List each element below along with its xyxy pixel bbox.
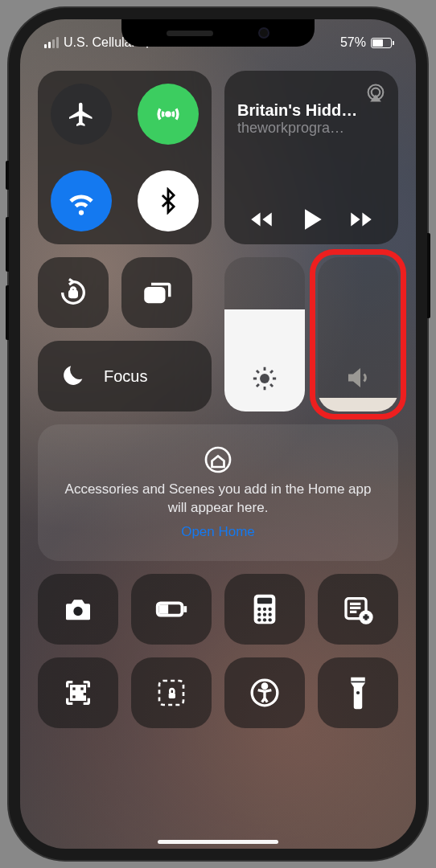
svg-rect-9 <box>161 606 167 612</box>
wifi-icon <box>64 184 98 218</box>
svg-rect-11 <box>257 598 272 604</box>
low-power-icon <box>153 591 190 628</box>
svg-rect-24 <box>80 686 85 692</box>
media-subtitle: theworkprogra… <box>237 120 385 137</box>
svg-point-18 <box>257 618 261 621</box>
earpiece <box>167 31 213 36</box>
screen-mirroring-button[interactable] <box>121 257 192 328</box>
home-tile[interactable]: Accessories and Scenes you add in the Ho… <box>38 424 398 561</box>
accessibility-shortcut[interactable] <box>224 657 305 728</box>
music-tile[interactable]: Britain's Hidd… theworkprogra… <box>224 71 398 244</box>
front-camera <box>258 27 269 39</box>
flashlight-shortcut[interactable] <box>318 657 398 728</box>
svg-point-29 <box>262 684 266 688</box>
focus-button[interactable]: Focus <box>38 341 212 411</box>
sun-icon <box>251 365 278 392</box>
guided-access-icon <box>155 677 187 709</box>
power-btn <box>427 233 430 318</box>
qr-icon <box>62 677 94 709</box>
svg-point-14 <box>269 608 272 611</box>
battery-icon <box>371 38 392 48</box>
svg-point-17 <box>269 613 272 616</box>
airplay-icon[interactable] <box>364 82 387 104</box>
svg-point-15 <box>257 613 261 616</box>
notes-add-shortcut[interactable] <box>318 574 398 645</box>
focus-label: Focus <box>104 367 147 386</box>
shortcuts-row-1 <box>38 574 398 645</box>
qr-scanner-shortcut[interactable] <box>38 657 118 728</box>
brightness-slider[interactable] <box>224 257 305 411</box>
cellular-data-button[interactable] <box>138 84 199 145</box>
home-indicator[interactable] <box>158 840 278 844</box>
svg-point-6 <box>206 448 230 472</box>
guided-access-shortcut[interactable] <box>131 657 212 728</box>
svg-rect-3 <box>70 291 77 297</box>
play-button[interactable] <box>296 204 327 235</box>
control-center: Britain's Hidd… theworkprogra… <box>38 71 398 837</box>
screen: U.S. Cellular 57% <box>20 19 416 849</box>
signal-bars-icon <box>44 37 59 48</box>
screen-mirror-icon <box>140 276 174 309</box>
rotation-lock-icon <box>57 276 89 309</box>
flashlight-icon <box>348 676 368 710</box>
media-title: Britain's Hidd… <box>237 101 385 120</box>
low-power-shortcut[interactable] <box>131 574 212 645</box>
svg-rect-4 <box>146 289 164 302</box>
forward-button[interactable] <box>348 206 375 233</box>
rewind-button[interactable] <box>248 206 275 233</box>
svg-rect-23 <box>72 686 77 692</box>
speaker-icon <box>343 363 372 392</box>
connectivity-tile[interactable] <box>38 71 212 244</box>
iphone-frame: U.S. Cellular 57% <box>9 8 427 860</box>
camera-icon <box>62 593 94 625</box>
cellular-antenna-icon <box>152 98 184 130</box>
svg-point-20 <box>269 618 272 621</box>
shortcuts-row-2 <box>38 657 398 728</box>
notch <box>121 19 315 47</box>
svg-point-5 <box>260 374 269 383</box>
svg-rect-25 <box>72 694 77 700</box>
open-home-link[interactable]: Open Home <box>181 524 255 540</box>
svg-point-13 <box>263 608 266 611</box>
camera-shortcut[interactable] <box>38 574 118 645</box>
moon-icon <box>56 358 91 394</box>
rotation-lock-button[interactable] <box>38 257 109 328</box>
airplane-mode-button[interactable] <box>51 84 112 145</box>
airplane-icon <box>67 100 96 129</box>
svg-point-12 <box>257 608 261 611</box>
bluetooth-icon <box>154 187 182 215</box>
notes-add-icon <box>342 593 374 625</box>
bluetooth-button[interactable] <box>138 170 199 231</box>
svg-point-30 <box>356 691 360 694</box>
accessibility-icon <box>249 677 281 709</box>
home-message: Accessories and Scenes you add in the Ho… <box>60 481 376 518</box>
brightness-fill <box>224 309 305 411</box>
calculator-icon <box>251 593 278 625</box>
svg-point-7 <box>73 607 82 616</box>
battery-percent: 57% <box>340 35 366 50</box>
wifi-button[interactable] <box>51 170 112 231</box>
volume-up-btn <box>6 217 9 272</box>
svg-rect-27 <box>169 693 175 698</box>
home-icon <box>204 445 232 474</box>
volume-fill <box>318 398 398 411</box>
svg-point-16 <box>263 613 266 616</box>
volume-slider[interactable] <box>318 257 398 411</box>
svg-point-0 <box>167 113 170 116</box>
mute-switch <box>6 161 9 190</box>
svg-point-19 <box>263 618 266 621</box>
calculator-shortcut[interactable] <box>224 574 305 645</box>
volume-down-btn <box>6 285 9 340</box>
